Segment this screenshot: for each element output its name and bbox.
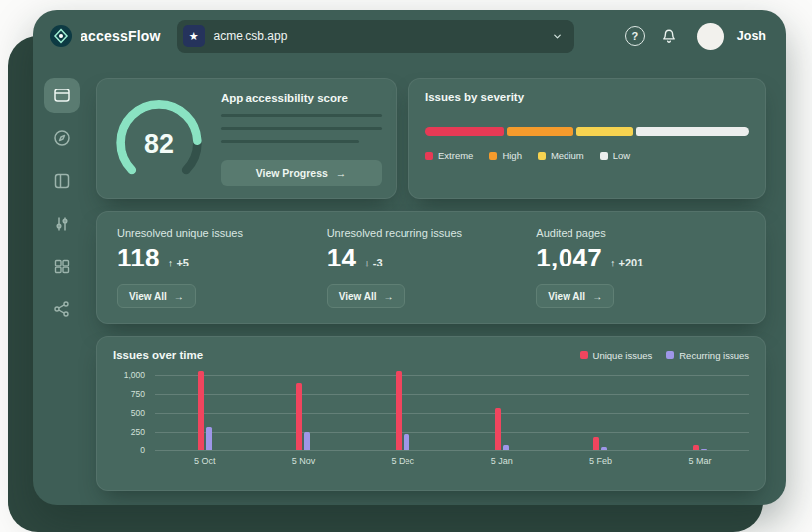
chart-legend: Unique issuesRecurring issues [580, 350, 749, 361]
score-card-title: App accessibility score [221, 92, 382, 104]
bar-pair [296, 383, 310, 450]
severity-bar [425, 127, 749, 136]
bell-icon [659, 26, 679, 46]
x-tick-label: 5 Feb [589, 456, 612, 466]
main-content: 82 App accessibility score View Progress… [90, 62, 786, 505]
chart-legend-item: Recurring issues [666, 350, 749, 361]
legend-swatch [580, 351, 588, 359]
sidebar-item-share[interactable] [44, 291, 80, 327]
x-tick-label: 5 Oct [194, 456, 216, 466]
severity-segment-high [507, 127, 573, 136]
issues-over-time-card: Issues over time Unique issuesRecurring … [96, 336, 766, 491]
legend-label: Low [613, 150, 630, 161]
severity-legend-item: Medium [538, 150, 584, 161]
bar-pair [693, 445, 707, 450]
bar-pair [198, 371, 212, 450]
bar-recurring-issues [503, 445, 509, 450]
stat-value-row: 14 ↓ -3 [327, 243, 383, 273]
view-all-label: View All [339, 291, 377, 302]
domain-selector[interactable]: ★ acme.csb.app [177, 20, 574, 53]
legend-swatch [489, 152, 497, 160]
sidebar-item-grid[interactable] [44, 249, 80, 284]
chart-header: Issues over time Unique issuesRecurring … [113, 349, 749, 361]
severity-segment-medium [576, 127, 633, 136]
bar-recurring-issues [304, 432, 310, 450]
notifications-button[interactable] [659, 26, 679, 46]
issues-by-severity-card: Issues by severity ExtremeHighMediumLow [408, 78, 766, 199]
y-tick-label: 0 [140, 445, 145, 455]
sidebar-item-compass[interactable] [44, 120, 80, 156]
arrow-right-icon: → [336, 167, 347, 179]
bar-group: 5 Nov [296, 375, 310, 450]
stat-label: Unresolved recurring issues [327, 227, 462, 239]
bar-unique-issues [296, 383, 302, 450]
skeleton-line [221, 140, 359, 143]
view-all-recurring-button[interactable]: View All → [327, 284, 406, 308]
bar-unique-issues [396, 371, 402, 450]
severity-legend-item: Extreme [425, 150, 473, 161]
view-all-pages-button[interactable]: View All → [536, 284, 614, 308]
sliders-icon [52, 214, 72, 234]
bar-unique-issues [693, 445, 699, 450]
window-body: 82 App accessibility score View Progress… [33, 62, 786, 505]
share-icon [52, 299, 72, 319]
stat-unresolved-unique: Unresolved unique issues 118 ↑ +5 View A… [117, 227, 327, 308]
stat-value: 118 [117, 243, 160, 273]
accessibility-score-card: 82 App accessibility score View Progress… [96, 78, 397, 199]
stats-card: Unresolved unique issues 118 ↑ +5 View A… [96, 211, 766, 324]
x-tick-label: 5 Mar [689, 456, 712, 466]
legend-label: Medium [551, 150, 584, 161]
severity-card-title: Issues by severity [425, 91, 749, 103]
y-tick-label: 1,000 [124, 370, 145, 380]
user-name: Josh [737, 29, 766, 43]
sidebar-item-scan[interactable] [44, 78, 80, 113]
bar-unique-issues [593, 437, 599, 450]
severity-legend-item: Low [600, 150, 630, 161]
x-tick-label: 5 Dec [391, 456, 414, 466]
bar-group: 5 Dec [396, 375, 409, 450]
stat-change: ↑ +5 [168, 257, 189, 268]
stat-change: ↓ -3 [364, 257, 382, 268]
stat-label: Unresolved unique issues [117, 227, 243, 239]
gridline [155, 450, 749, 451]
bar-group: 5 Oct [198, 375, 212, 450]
severity-segment-extreme [425, 127, 504, 136]
chart-y-axis: 1,0007505002500 [113, 375, 145, 450]
layout-icon [52, 171, 72, 191]
stat-unresolved-recurring: Unresolved recurring issues 14 ↓ -3 View… [327, 227, 537, 308]
grid-icon [52, 257, 72, 276]
legend-swatch [425, 152, 433, 160]
view-progress-button[interactable]: View Progress → [221, 160, 382, 186]
legend-label: High [502, 150, 522, 161]
arrow-right-icon: → [592, 291, 602, 302]
scan-icon [52, 86, 72, 105]
bar-recurring-issues [206, 427, 212, 450]
legend-label: Extreme [438, 150, 473, 161]
stat-value: 14 [327, 243, 357, 273]
legend-swatch [600, 152, 608, 160]
bar-unique-issues [495, 408, 501, 450]
chart-title: Issues over time [113, 349, 203, 361]
severity-segment-low [636, 127, 749, 136]
sidebar-item-layout[interactable] [44, 163, 80, 199]
legend-swatch [666, 351, 674, 359]
sidebar-item-sliders[interactable] [44, 206, 80, 242]
bar-recurring-issues [601, 447, 607, 450]
stat-change: ↑ +201 [610, 257, 643, 268]
topbar: accessFlow ★ acme.csb.app ? Josh [33, 10, 786, 62]
bar-pair [593, 437, 607, 450]
view-all-label: View All [129, 291, 167, 302]
chart: 1,0007505002500 5 Oct5 Nov5 Dec5 Jan5 Fe… [113, 375, 749, 480]
legend-swatch [538, 152, 546, 160]
topbar-actions: ? Josh [625, 23, 766, 50]
bar-group: 5 Jan [495, 375, 509, 450]
compass-icon [52, 128, 72, 148]
user-avatar[interactable] [697, 23, 724, 50]
bar-pair [396, 371, 409, 450]
domain-value: acme.csb.app [214, 29, 543, 43]
severity-legend: ExtremeHighMediumLow [425, 150, 749, 161]
help-icon[interactable]: ? [625, 26, 645, 46]
bar-unique-issues [198, 371, 204, 450]
view-all-unique-button[interactable]: View All → [117, 284, 196, 308]
bar-recurring-issues [404, 434, 409, 450]
